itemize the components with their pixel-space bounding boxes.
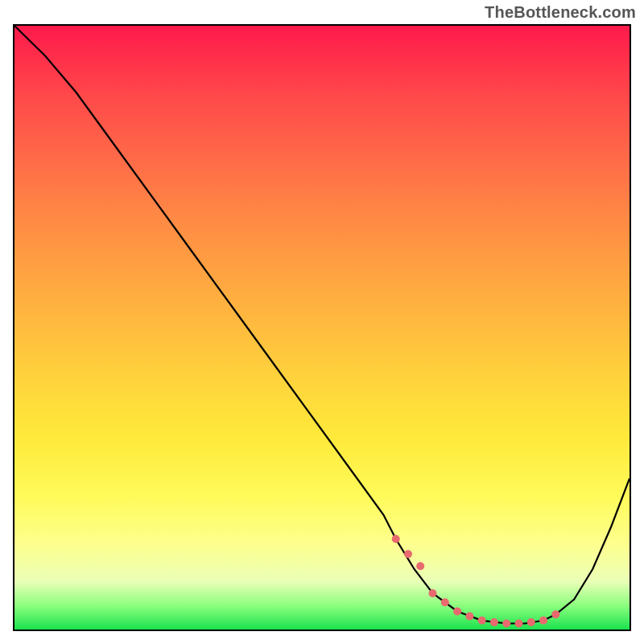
optimum-dot (490, 618, 498, 626)
optimum-dot (502, 620, 510, 628)
optimum-dot (392, 535, 400, 543)
optimum-dot (551, 610, 559, 618)
optimum-dot (441, 598, 449, 606)
curve-path (14, 26, 630, 624)
bottleneck-curve (14, 26, 630, 630)
curve-dots (392, 535, 560, 628)
optimum-dot (404, 550, 412, 558)
optimum-dot (527, 618, 535, 626)
optimum-dot (478, 617, 486, 625)
attribution-text: TheBottleneck.com (485, 3, 636, 22)
optimum-dot (453, 608, 461, 616)
optimum-dot (465, 613, 473, 621)
optimum-dot (429, 589, 437, 597)
chart-plot-area (13, 24, 631, 631)
optimum-dot (416, 562, 424, 570)
optimum-dot (515, 620, 523, 628)
optimum-dot (539, 617, 547, 625)
